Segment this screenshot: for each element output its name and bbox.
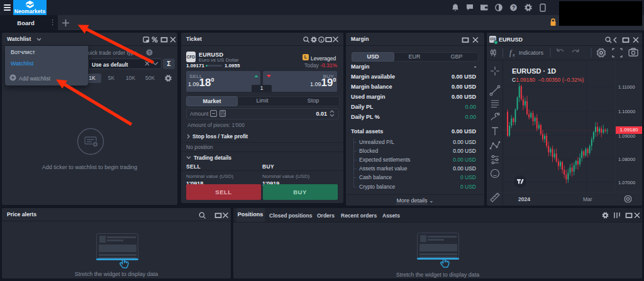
svg-text:?: ? xyxy=(512,4,515,11)
svg-text:?: ? xyxy=(148,50,151,55)
